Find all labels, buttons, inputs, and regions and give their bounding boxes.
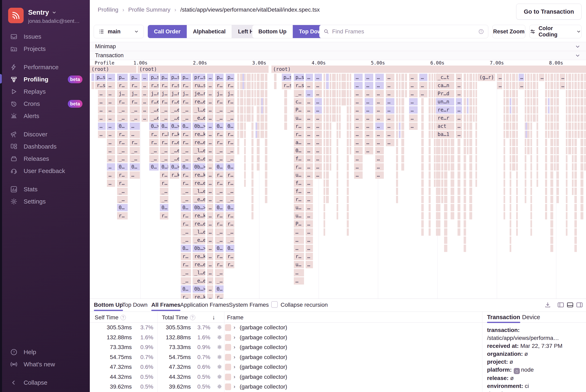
expand-chevron-icon[interactable]: › xyxy=(234,344,235,350)
table-row[interactable]: 54.75ms0.7%54.75ms0.7%›(garbage collecto… xyxy=(90,352,482,362)
flame-frame[interactable] xyxy=(530,180,532,187)
flame-frame[interactable]: _e…e xyxy=(193,155,205,162)
flame-frame[interactable] xyxy=(550,122,553,130)
flame-frame[interactable]: 0… xyxy=(294,147,304,154)
flame-frame[interactable]: … xyxy=(142,74,148,81)
flame-frame[interactable]: … xyxy=(386,122,394,130)
flame-frame[interactable] xyxy=(550,204,553,211)
flame-frame[interactable] xyxy=(530,155,532,162)
flame-frame[interactable] xyxy=(527,139,529,146)
flame-frame[interactable] xyxy=(574,131,577,138)
flame-frame[interactable] xyxy=(516,212,518,220)
flame-frame[interactable] xyxy=(536,171,538,179)
flame-frame[interactable]: r… xyxy=(294,163,304,170)
flame-frame[interactable] xyxy=(473,74,475,81)
flame-frame[interactable] xyxy=(251,139,254,146)
flame-frame[interactable]: … xyxy=(107,106,115,114)
flame-frame[interactable]: r… xyxy=(226,180,234,187)
flame-frame[interactable]: … xyxy=(98,122,106,130)
flame-frame[interactable] xyxy=(525,196,526,203)
flame-frame[interactable] xyxy=(580,114,583,122)
flame-frame[interactable]: 0… xyxy=(160,204,168,211)
collapse-recursion-checkbox[interactable] xyxy=(271,301,278,308)
flame-frame[interactable]: … xyxy=(130,122,140,130)
flame-frame[interactable] xyxy=(556,106,559,114)
flame-frame[interactable]: … xyxy=(386,98,394,106)
flame-frame[interactable] xyxy=(337,155,338,162)
flame-frame[interactable]: _…e xyxy=(149,114,159,122)
flame-frame[interactable] xyxy=(337,139,338,146)
flame-frame[interactable] xyxy=(464,180,466,187)
flame-frame[interactable] xyxy=(347,139,349,146)
flame-frame[interactable] xyxy=(444,188,447,195)
flame-frame[interactable] xyxy=(556,139,559,146)
flame-frame[interactable]: _… xyxy=(160,188,168,195)
flame-frame[interactable]: … xyxy=(375,82,384,89)
flame-frame[interactable] xyxy=(429,220,431,228)
flame-frame[interactable] xyxy=(399,98,400,106)
flame-frame[interactable]: … xyxy=(409,122,418,130)
flame-frame[interactable] xyxy=(324,171,325,179)
flame-frame[interactable]: p… xyxy=(117,74,128,81)
flame-frame[interactable]: … xyxy=(375,163,384,170)
flame-frame[interactable]: … xyxy=(315,171,322,179)
flame-frame[interactable]: … xyxy=(207,139,213,146)
flame-frame[interactable] xyxy=(330,82,331,89)
flame-frame[interactable] xyxy=(337,106,338,114)
flame-frame[interactable] xyxy=(516,188,518,195)
flame-frame[interactable] xyxy=(244,147,246,154)
flame-frame[interactable] xyxy=(556,131,559,138)
flame-frame[interactable] xyxy=(566,114,567,122)
flame-frame[interactable] xyxy=(572,131,573,138)
flame-frame[interactable] xyxy=(516,90,518,97)
flame-frame[interactable]: … xyxy=(354,74,363,81)
flame-frame[interactable] xyxy=(554,90,556,97)
flame-frame[interactable] xyxy=(584,163,586,170)
flame-frame[interactable] xyxy=(469,114,472,122)
flame-frame[interactable] xyxy=(530,106,532,114)
flame-frame[interactable] xyxy=(566,147,567,154)
flame-frame[interactable] xyxy=(444,180,447,187)
flame-frame[interactable] xyxy=(574,114,577,122)
flame-frame[interactable] xyxy=(503,114,505,122)
frame-name[interactable]: (garbage collector) xyxy=(240,374,287,380)
flame-frame[interactable] xyxy=(326,82,329,89)
flame-frame[interactable] xyxy=(525,180,526,187)
flame-frame[interactable] xyxy=(572,74,573,81)
flame-frame[interactable]: 0… xyxy=(181,285,191,293)
flame-frame[interactable] xyxy=(421,204,424,211)
flame-frame[interactable]: ru…s xyxy=(193,82,205,89)
flame-frame[interactable] xyxy=(257,82,260,89)
flame-frame[interactable] xyxy=(448,139,450,146)
flame-frame[interactable] xyxy=(525,147,526,154)
flame-frame[interactable]: _… xyxy=(215,277,224,284)
flame-frame[interactable] xyxy=(527,106,529,114)
flame-frame[interactable]: … xyxy=(207,285,213,293)
flame-frame[interactable] xyxy=(550,114,553,122)
flame-frame[interactable]: … xyxy=(560,74,565,81)
flame-frame[interactable]: u… xyxy=(294,212,304,220)
flame-frame[interactable] xyxy=(434,98,435,106)
flame-frame[interactable] xyxy=(503,98,505,106)
flame-frame[interactable] xyxy=(444,204,447,211)
flame-frame[interactable] xyxy=(510,131,511,138)
flame-frame[interactable] xyxy=(556,114,559,122)
flame-frame[interactable]: … xyxy=(306,98,313,106)
flame-frame[interactable] xyxy=(265,98,267,106)
flame-frame[interactable] xyxy=(257,90,260,97)
flame-frame[interactable] xyxy=(257,155,260,162)
flame-frame[interactable] xyxy=(527,82,529,89)
flame-frame[interactable] xyxy=(347,114,349,122)
flame-frame[interactable] xyxy=(337,114,338,122)
flame-frame[interactable]: … xyxy=(142,98,148,106)
flame-frame[interactable] xyxy=(337,98,338,106)
flame-frame[interactable] xyxy=(566,122,567,130)
flame-frame[interactable] xyxy=(256,131,257,138)
flame-frame[interactable] xyxy=(578,90,580,97)
tab-application-frames[interactable]: Application Frames xyxy=(180,302,229,308)
flame-frame[interactable] xyxy=(464,171,466,179)
flame-frame[interactable] xyxy=(337,204,338,211)
flame-frame[interactable] xyxy=(566,74,567,81)
flame-frame[interactable] xyxy=(237,98,239,106)
flame-frame[interactable] xyxy=(467,106,468,114)
